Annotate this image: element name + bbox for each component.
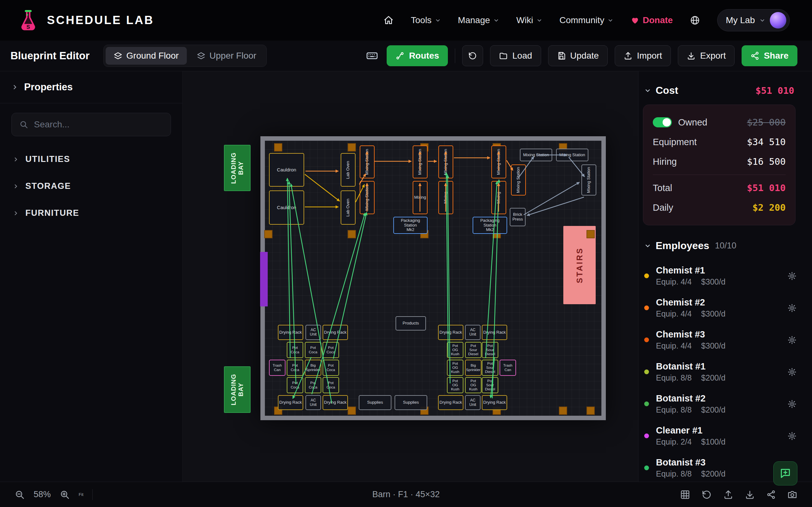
employees-header[interactable]: Employees 10/10 [639, 240, 812, 251]
cost-header[interactable]: Cost $51 010 [639, 84, 812, 96]
blueprint-item[interactable]: Pot Coca [305, 342, 321, 358]
blueprint-item[interactable]: Drying Rack [438, 395, 463, 410]
blueprint-item[interactable]: Pot Sour Diesel [465, 342, 481, 358]
blueprint-item[interactable]: LOADING BAY [224, 366, 251, 413]
feedback-button[interactable] [773, 461, 798, 486]
blueprint-item[interactable]: Pot Coca [287, 377, 303, 393]
employee-row[interactable]: Botanist #1 Equip. 8/8 $200/d [639, 356, 812, 388]
employee-settings-gear-icon[interactable] [787, 399, 797, 409]
zoom-out-button[interactable] [14, 490, 25, 500]
blueprint-item[interactable]: Pot Coca [287, 342, 303, 358]
blueprint-item[interactable]: Mixing Station [511, 164, 526, 195]
nav-menu-item[interactable]: Community [560, 15, 614, 25]
properties-header[interactable]: Properties [0, 71, 183, 103]
employee-settings-gear-icon[interactable] [787, 431, 797, 441]
blueprint-item[interactable]: AC Unit [465, 325, 480, 340]
blueprint-item[interactable]: Trash Can [269, 360, 286, 376]
blueprint-item[interactable]: Pot Sour Diesel [482, 360, 498, 376]
floor-tab[interactable]: Upper Floor [189, 47, 264, 65]
blueprint-item[interactable]: Trash Can [500, 360, 516, 376]
donate-link[interactable]: Donate [630, 15, 673, 25]
blueprint-item[interactable] [260, 252, 268, 306]
screenshot-button[interactable] [787, 490, 798, 500]
blueprint-item[interactable]: Packaging Station Mk2 [473, 217, 507, 234]
blueprint-item[interactable]: Supplies [395, 395, 427, 410]
blueprint-item[interactable]: Pot OG Kush [447, 360, 463, 376]
blueprint-item[interactable]: Mixing [413, 181, 427, 214]
employee-row[interactable]: Botanist #2 Equip. 8/8 $200/d [639, 388, 812, 420]
keyboard-shortcuts-button[interactable] [364, 49, 380, 62]
employee-settings-gear-icon[interactable] [787, 367, 797, 377]
blueprint-item[interactable]: Pot Coca [287, 360, 303, 376]
language-button[interactable] [690, 15, 700, 25]
floor-tab[interactable]: Ground Floor [106, 47, 187, 65]
undo-button[interactable] [462, 45, 483, 66]
blueprint-item[interactable]: Big Sprinkler [465, 360, 481, 376]
share-view-button[interactable] [766, 490, 776, 499]
blueprint-item[interactable]: Mixing [438, 181, 453, 214]
nav-menu-item[interactable]: Manage [458, 15, 499, 25]
blueprint-item[interactable]: Drying Rack [278, 395, 303, 410]
load-button[interactable]: Load [490, 45, 541, 66]
account-button[interactable]: My Lab [717, 9, 790, 32]
blueprint-item[interactable]: Mixing Station [360, 146, 374, 178]
blueprint-item[interactable]: Big Sprinkler [305, 360, 321, 376]
search-input[interactable] [34, 119, 163, 130]
blueprint-item[interactable]: Mixing Station [556, 149, 589, 161]
blueprint-item[interactable]: Pot OG Kush [465, 377, 481, 393]
blueprint-item[interactable]: Supplies [359, 395, 392, 410]
blueprint-item[interactable]: Mixing Station [360, 181, 374, 214]
blueprint-item[interactable]: Mixing Station [491, 146, 506, 178]
blueprint-item[interactable]: Pot OG Kush [447, 377, 463, 393]
employee-settings-gear-icon[interactable] [787, 303, 797, 313]
blueprint-item[interactable]: Pot Sour Diesel [482, 342, 498, 358]
blueprint-item[interactable]: Brick Press [510, 208, 525, 226]
blueprint-item[interactable]: Mixing [491, 181, 506, 214]
update-button[interactable]: Update [548, 45, 608, 66]
home-link[interactable] [384, 15, 394, 25]
owned-toggle[interactable] [653, 117, 672, 127]
blueprint-item[interactable]: STAIRS [563, 226, 596, 304]
blueprint-item[interactable]: Packaging Station Mk2 [393, 217, 427, 234]
blueprint-item[interactable]: Drying Rack [438, 325, 463, 340]
employee-row[interactable]: Chemist #1 Equip. 4/4 $300/d [639, 260, 812, 292]
blueprint-item[interactable]: Products [396, 316, 426, 331]
blueprint-item[interactable]: Drying Rack [482, 395, 507, 410]
share-button[interactable]: Share [742, 45, 798, 66]
blueprint-item[interactable]: AC Unit [305, 395, 321, 410]
blueprint-item[interactable]: Drying Rack [278, 325, 303, 340]
blueprint-item[interactable]: Mixing Station [413, 146, 427, 178]
blueprint-item[interactable]: Cauldron [269, 153, 304, 187]
blueprint-item[interactable]: Lab Oven [341, 153, 356, 187]
employee-row[interactable]: Chemist #2 Equip. 4/4 $300/d [639, 292, 812, 324]
sidebar-section[interactable]: UTILITIES [0, 146, 183, 173]
blueprint-item[interactable]: Cauldron [269, 190, 304, 225]
brand[interactable]: S SCHEDULE LAB [16, 9, 154, 32]
export-button[interactable]: Export [678, 45, 734, 66]
sidebar-section[interactable]: STORAGE [0, 173, 183, 200]
blueprint-item[interactable]: Mixing Station [438, 146, 453, 178]
blueprint-item[interactable]: LOADING BAY [224, 145, 251, 191]
grid-toggle-button[interactable] [680, 490, 690, 500]
blueprint-item[interactable]: AC Unit [465, 395, 480, 410]
nav-menu-item[interactable]: Wiki [516, 15, 542, 25]
blueprint-item[interactable]: Drying Rack [322, 395, 348, 410]
upload-button[interactable] [723, 490, 733, 500]
reset-view-button[interactable] [702, 490, 712, 500]
blueprint-item[interactable]: Pot Coca [322, 377, 339, 393]
blueprint-item[interactable]: Pot Coca [322, 342, 339, 358]
blueprint-item[interactable]: Mixing Station [520, 149, 552, 161]
blueprint-item[interactable]: Lab Oven [341, 190, 356, 225]
employee-row[interactable]: Chemist #3 Equip. 4/4 $300/d [639, 324, 812, 356]
nav-menu-item[interactable]: Tools [411, 15, 441, 25]
employee-settings-gear-icon[interactable] [787, 271, 797, 281]
employee-settings-gear-icon[interactable] [787, 335, 797, 345]
sidebar-section[interactable]: FURNITURE [0, 200, 183, 227]
zoom-in-button[interactable] [60, 490, 70, 500]
blueprint-item[interactable]: Mixing Station [581, 164, 596, 195]
blueprint-item[interactable]: Drying Rack [482, 325, 507, 340]
blueprint-item[interactable]: Drying Rack [322, 325, 348, 340]
blueprint-canvas[interactable]: LOADING BAY LOADING BAY STAIRS Cauldron [183, 71, 638, 482]
download-button[interactable] [745, 490, 755, 500]
import-button[interactable]: Import [615, 45, 671, 66]
